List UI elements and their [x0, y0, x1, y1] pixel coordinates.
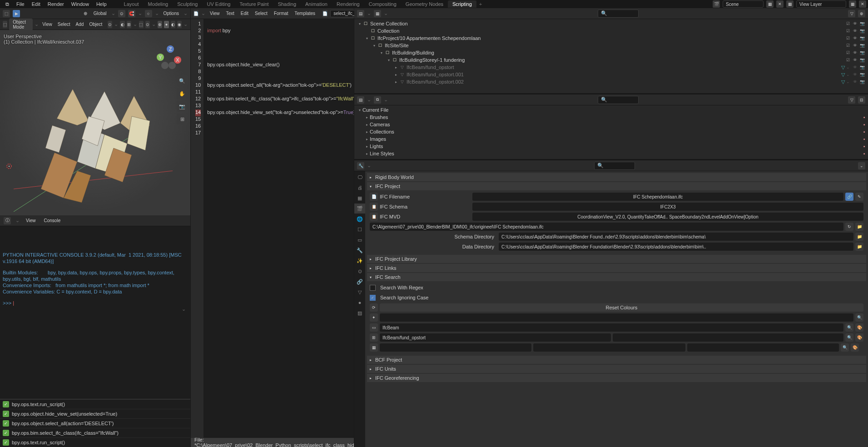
filebrowser-tree[interactable]: ▾Current File ▸Brushes▪▸Cameras▪▸Collect…	[354, 105, 868, 159]
tab-texture-icon[interactable]: ▨	[354, 308, 365, 318]
fb-options-icon[interactable]: ⊟	[858, 96, 865, 104]
shading-wire-icon[interactable]: ⊕	[158, 21, 162, 28]
add-workspace-button[interactable]: +	[476, 0, 485, 8]
panel-bcfproject[interactable]: ▸BCF Project	[367, 356, 866, 364]
scene-icon[interactable]: 🎬	[713, 0, 720, 8]
vp-menu-add[interactable]: Add	[74, 21, 86, 28]
shading-rendered-icon[interactable]: ◉	[177, 21, 182, 28]
options-dropdown[interactable]: Options	[162, 10, 181, 17]
tab-render-icon[interactable]: 🖵	[354, 172, 365, 182]
tab-object-icon[interactable]: ▭	[354, 235, 365, 245]
tab-layout[interactable]: Layout	[119, 0, 144, 8]
panel-ifcprojectlibrary[interactable]: ▸IFC Project Library	[367, 255, 866, 263]
vp-menu-select[interactable]: Select	[56, 21, 72, 28]
search-attrval-input[interactable]	[613, 333, 844, 342]
color-button-icon[interactable]: 🎨	[855, 323, 863, 332]
blendfile-icon[interactable]: ⧉	[374, 96, 381, 104]
search-button-icon[interactable]: 🔍	[841, 343, 849, 352]
orientation-dropdown[interactable]: Global	[92, 10, 109, 17]
edit-icon[interactable]: ✎	[855, 193, 863, 201]
shading-matprev-icon[interactable]: ◐	[171, 21, 175, 28]
report-item[interactable]: ✓bpy.ops.bim.select_ifc_class(ifc_class=…	[0, 428, 190, 437]
search-attr-input[interactable]: IfcBeam/fund_opstort	[380, 333, 611, 342]
data-dir-input[interactable]: C:\Users\cclaus\AppData\Roaming\Blender …	[499, 243, 853, 251]
tab-particles-icon[interactable]: ✨	[354, 256, 365, 266]
tab-compositing[interactable]: Compositing	[364, 0, 401, 8]
menu-file[interactable]: File	[13, 0, 28, 8]
camera-icon[interactable]: 📷	[177, 101, 188, 112]
menu-edit[interactable]: Edit	[28, 0, 44, 8]
ifc-path-input[interactable]: C:\Algemeen\07_prive\00_BlenderBIM_IDM\0…	[370, 223, 843, 231]
panel-ifcunits[interactable]: ▸IFC Units	[367, 365, 866, 373]
texteditor-type-icon[interactable]: 📄	[193, 10, 198, 17]
tab-scripting[interactable]: Scripting	[448, 0, 476, 8]
search-button-icon[interactable]: 🔍	[845, 333, 853, 342]
info-editor-type-icon[interactable]: ⓘ	[4, 217, 11, 224]
category-row[interactable]: ▸Cameras▪	[355, 121, 867, 128]
report-item[interactable]: ✓bpy.ops.object.select_all(action='DESEL…	[0, 418, 190, 428]
category-row[interactable]: ▸Lights▪	[355, 143, 867, 150]
filebrowser-type-icon[interactable]: ▤	[357, 96, 364, 104]
category-row[interactable]: ▸Collections▪	[355, 128, 867, 135]
snap-icon[interactable]: ⊙	[118, 10, 125, 17]
tab-viewlayer-icon[interactable]: ▦	[354, 193, 365, 203]
perspective-icon[interactable]: ⊞	[177, 114, 188, 124]
folder-icon[interactable]: 📁	[855, 233, 863, 241]
overlay2-icon[interactable]: ⊙	[145, 21, 150, 28]
menu-render[interactable]: Render	[44, 0, 68, 8]
viewlayer-name-input[interactable]	[796, 0, 846, 8]
report-item[interactable]: ✓bpy.ops.object.hide_view_set(unselected…	[0, 409, 190, 418]
tab-modifiers-icon[interactable]: 🔧	[354, 245, 365, 255]
tree-row[interactable]: ▾☐IfcBuilding/Building☑👁📷	[355, 49, 867, 56]
panel-ifcsearch[interactable]: ▾IFC Search	[367, 273, 866, 281]
info-menu-view[interactable]: View	[24, 217, 38, 224]
filter-icon[interactable]: ▽	[848, 10, 855, 17]
reload-icon[interactable]: ↻	[845, 223, 853, 231]
tree-row[interactable]: ▸▽IfcBeam/fund_opstort.002▽⌄👁📷	[355, 78, 867, 85]
tab-animation[interactable]: Animation	[301, 0, 332, 8]
editor-type-icon[interactable]: ⬚	[3, 10, 10, 17]
tab-modeling[interactable]: Modeling	[144, 0, 173, 8]
viewport-3d[interactable]: User Perspective (1) Collection | IfcWal…	[0, 30, 190, 215]
tab-shading[interactable]: Shading	[273, 0, 301, 8]
tab-material-icon[interactable]: ●	[354, 298, 365, 308]
report-item[interactable]: ✓bpy.ops.text.run_script()	[0, 399, 190, 409]
vp-menu-view[interactable]: View	[40, 21, 54, 28]
new-collection-icon[interactable]: ⊕	[858, 10, 865, 17]
outliner-tree[interactable]: ▾☐Scene Collection☑👁📷☐Collection☑👁📷▾☐Ifc…	[354, 19, 868, 93]
tab-scene-icon[interactable]: 🎬	[354, 204, 365, 214]
code-editor[interactable]: 1234567891011121314151617 import bpybpy.…	[191, 19, 354, 438]
schema-dir-input[interactable]: C:\Users\cclaus\AppData\Roaming\Blender …	[499, 233, 853, 241]
te-menu-templates[interactable]: Templates	[293, 10, 317, 17]
tab-world-icon[interactable]: 🌐	[354, 214, 365, 224]
search-pset-input[interactable]	[380, 343, 531, 352]
search-guid-input[interactable]	[380, 313, 853, 322]
category-row[interactable]: ▸Brushes▪	[355, 114, 867, 121]
scene-delete-button[interactable]: ✕	[776, 0, 784, 8]
category-row[interactable]: ▸Line Styles▪	[355, 150, 867, 157]
proportional-icon[interactable]: ○	[145, 10, 152, 17]
search-propval-input[interactable]	[687, 343, 839, 352]
search-button-icon[interactable]: 🔍	[845, 323, 853, 332]
color-button-icon[interactable]: 🎨	[855, 333, 863, 342]
ignorecase-checkbox[interactable]: ✓	[370, 295, 376, 301]
pan-icon[interactable]: ✋	[177, 88, 188, 99]
panel-ifcgeoreferencing[interactable]: ▸IFC Georeferencing	[367, 374, 866, 382]
python-console[interactable]: PYTHON INTERACTIVE CONSOLE 3.9.2 (defaul…	[0, 226, 190, 399]
properties-search-input[interactable]: 🔍	[594, 162, 635, 170]
props-options-icon[interactable]: ⌄	[858, 162, 865, 169]
scene-new-button[interactable]: ▦	[766, 0, 774, 8]
te-menu-edit[interactable]: Edit	[239, 10, 250, 17]
panel-ifclinks[interactable]: ▸IFC Links	[367, 264, 866, 272]
color-button-icon[interactable]: 🎨	[851, 343, 859, 352]
tab-texturepaint[interactable]: Texture Paint	[235, 0, 273, 8]
folder-icon[interactable]: 📁	[855, 243, 863, 251]
tab-geometrynodes[interactable]: Geometry Nodes	[401, 0, 448, 8]
search-propname-input[interactable]	[533, 343, 685, 352]
magnet-icon[interactable]: 🧲	[128, 10, 135, 17]
te-menu-format[interactable]: Format	[272, 10, 290, 17]
category-row[interactable]: ▸Materials▪	[355, 157, 867, 159]
mode-dropdown[interactable]: Object Mode	[9, 19, 33, 30]
vp-menu-object[interactable]: Object	[87, 21, 104, 28]
pivot-icon[interactable]: ⊙	[108, 21, 112, 28]
